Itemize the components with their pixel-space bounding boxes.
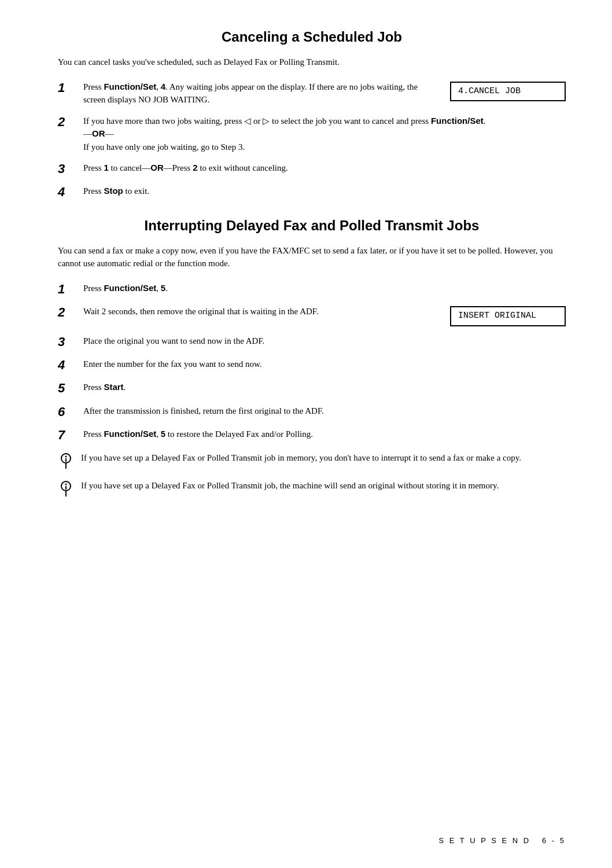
step-content-i6: After the transmission is finished, retu… bbox=[83, 404, 566, 418]
svg-point-6 bbox=[65, 483, 67, 485]
step-content-i1: Press Function/Set, 5. bbox=[83, 282, 566, 295]
footer-section-label: S E T U P S E N D bbox=[438, 836, 530, 845]
step-interrupt-4: 4 Enter the number for the fax you want … bbox=[58, 358, 566, 373]
step-content-i2: Wait 2 seconds, then remove the original… bbox=[83, 305, 566, 326]
step-content-i5: Press Start. bbox=[83, 381, 566, 394]
step-interrupt-7: 7 Press Function/Set, 5 to restore the D… bbox=[58, 428, 566, 443]
bold-functionset-i1: Function/Set bbox=[104, 283, 156, 293]
step-interrupt-6: 6 After the transmission is finished, re… bbox=[58, 404, 566, 420]
section-intro-cancel: You can cancel tasks you've scheduled, s… bbox=[58, 56, 566, 69]
step-content-4: Press Stop to exit. bbox=[83, 185, 566, 198]
display-cancel-job: 4.CANCEL JOB bbox=[450, 82, 566, 102]
step-cancel-2: 2 If you have more than two jobs waiting… bbox=[58, 115, 566, 154]
step-cancel-4: 4 Press Stop to exit. bbox=[58, 185, 566, 200]
step-content-i4: Enter the number for the fax you want to… bbox=[83, 358, 566, 371]
bold-functionset-1: Function/Set bbox=[104, 82, 156, 91]
bold-functionset-2: Function/Set bbox=[431, 116, 484, 126]
step-text-i2: Wait 2 seconds, then remove the original… bbox=[83, 305, 438, 318]
step-interrupt-3: 3 Place the original you want to send no… bbox=[58, 334, 566, 350]
section-interrupt: Interrupting Delayed Fax and Polled Tran… bbox=[58, 218, 566, 496]
bold-or-2: OR bbox=[150, 163, 164, 172]
bold-1: 1 bbox=[104, 163, 108, 172]
step-interrupt-1: 1 Press Function/Set, 5. bbox=[58, 282, 566, 297]
steps-interrupt: 1 Press Function/Set, 5. 2 Wait 2 second… bbox=[58, 282, 566, 443]
display-insert-original: INSERT ORIGINAL bbox=[450, 306, 566, 326]
step-content-i3: Place the original you want to send now … bbox=[83, 334, 566, 348]
step-interrupt-2: 2 Wait 2 seconds, then remove the origin… bbox=[58, 305, 566, 326]
footer: S E T U P S E N D 6 - 5 bbox=[438, 836, 566, 845]
bold-start: Start bbox=[104, 382, 123, 392]
section-title-cancel: Canceling a Scheduled Job bbox=[58, 29, 566, 45]
steps-cancel: 1 Press Function/Set, 4. Any waiting job… bbox=[58, 80, 566, 200]
page: Canceling a Scheduled Job You can cancel… bbox=[0, 0, 612, 868]
step-number-4: 4 bbox=[58, 185, 79, 200]
svg-point-2 bbox=[65, 455, 67, 457]
step-interrupt-5: 5 Press Start. bbox=[58, 381, 566, 396]
note-icon-2 bbox=[58, 480, 74, 496]
bold-5-i7: 5 bbox=[161, 429, 165, 439]
step-text-1: Press Function/Set, 4. Any waiting jobs … bbox=[83, 80, 438, 106]
step-content-2: If you have more than two jobs waiting, … bbox=[83, 115, 566, 154]
section-intro-interrupt: You can send a fax or make a copy now, e… bbox=[58, 244, 566, 270]
step-number-i5: 5 bbox=[58, 381, 79, 396]
step-number-i7: 7 bbox=[58, 428, 79, 443]
step-number-i6: 6 bbox=[58, 404, 79, 420]
bold-stop: Stop bbox=[104, 186, 123, 196]
step-number-i3: 3 bbox=[58, 334, 79, 350]
bold-4: 4 bbox=[161, 82, 165, 91]
step-number-i2: 2 bbox=[58, 305, 79, 320]
section-title-interrupt: Interrupting Delayed Fax and Polled Tran… bbox=[58, 218, 566, 234]
bold-functionset-i7: Function/Set bbox=[104, 429, 156, 439]
bold-2: 2 bbox=[193, 163, 197, 172]
footer-page-number: 6 - 5 bbox=[542, 836, 566, 845]
note-text-1: If you have set up a Delayed Fax or Poll… bbox=[81, 451, 566, 465]
step-cancel-1: 1 Press Function/Set, 4. Any waiting job… bbox=[58, 80, 566, 106]
step-content-3: Press 1 to cancel—OR—Press 2 to exit wit… bbox=[83, 161, 566, 175]
step-number-1: 1 bbox=[58, 80, 79, 95]
note-2: If you have set up a Delayed Fax or Poll… bbox=[58, 479, 566, 496]
step-content-1: Press Function/Set, 4. Any waiting jobs … bbox=[83, 80, 566, 106]
note-icon-1 bbox=[58, 453, 74, 469]
step-cancel-3: 3 Press 1 to cancel—OR—Press 2 to exit w… bbox=[58, 161, 566, 176]
step-number-2: 2 bbox=[58, 115, 79, 130]
bold-5-i1: 5 bbox=[161, 283, 165, 293]
section-cancel-job: Canceling a Scheduled Job You can cancel… bbox=[58, 29, 566, 200]
step-number-3: 3 bbox=[58, 161, 79, 176]
step-content-i7: Press Function/Set, 5 to restore the Del… bbox=[83, 428, 566, 441]
step-number-i1: 1 bbox=[58, 282, 79, 297]
step-number-i4: 4 bbox=[58, 358, 79, 373]
or-divider-1: —OR— bbox=[83, 129, 114, 138]
note-1: If you have set up a Delayed Fax or Poll… bbox=[58, 451, 566, 469]
note-text-2: If you have set up a Delayed Fax or Poll… bbox=[81, 479, 566, 492]
bold-or-1: OR bbox=[92, 128, 105, 138]
